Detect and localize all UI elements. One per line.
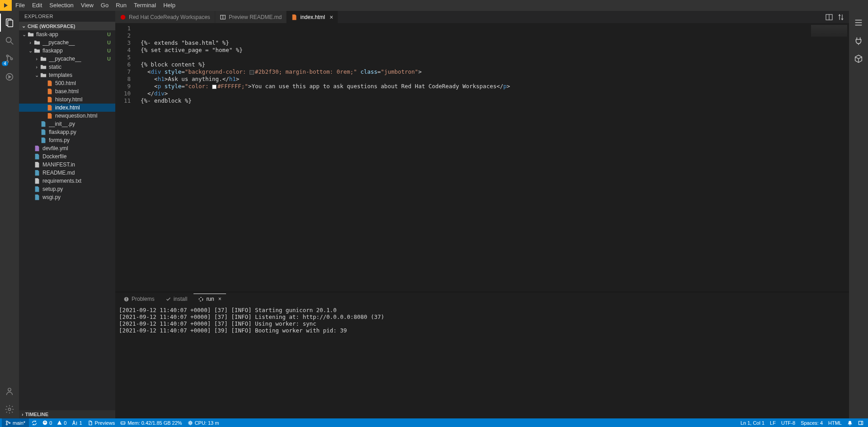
close-icon[interactable]: × xyxy=(328,14,333,21)
activity-account[interactable] xyxy=(0,382,19,400)
svg-point-23 xyxy=(6,423,8,425)
svg-rect-17 xyxy=(126,300,127,300)
status-spaces[interactable]: Spaces: 4 xyxy=(798,418,826,427)
tree-item[interactable]: ⌄flask-appU xyxy=(19,30,115,38)
explorer-title: EXPLORER xyxy=(19,11,115,22)
activity-debug[interactable] xyxy=(0,68,19,86)
tree-item[interactable]: ›__pycache__U xyxy=(19,55,115,63)
twisty-icon: › xyxy=(33,56,40,62)
panel-tab-label: install xyxy=(174,296,188,302)
tree-item-label: 500.html xyxy=(55,80,113,86)
status-info[interactable]: 1 xyxy=(69,418,85,427)
tree-item[interactable]: forms.py xyxy=(19,136,115,144)
file-icon xyxy=(46,96,53,103)
tree-item[interactable]: newquestion.html xyxy=(19,112,115,120)
tree-item-label: index.html xyxy=(55,104,113,111)
terminal-output[interactable]: [2021-09-12 11:40:07 +0000] [37] [INFO] … xyxy=(115,304,849,418)
tree-item[interactable]: base.html xyxy=(19,87,115,95)
tree-item[interactable]: MANIFEST.in xyxy=(19,161,115,169)
tab-label: index.html xyxy=(300,14,325,20)
status-mem[interactable]: Mem: 0.42/1.85 GB 22% xyxy=(118,418,184,427)
panel-tab-icon xyxy=(165,296,171,302)
right-panel-cube-icon[interactable] xyxy=(849,50,868,68)
status-lang[interactable]: HTML xyxy=(826,418,844,427)
split-editor-icon[interactable] xyxy=(826,14,833,21)
svg-rect-34 xyxy=(189,422,191,423)
tab-icon xyxy=(120,14,126,20)
git-status: U xyxy=(107,56,113,62)
tree-item[interactable]: ›__pycache__U xyxy=(19,38,115,47)
menu-edit[interactable]: Edit xyxy=(28,0,46,11)
minimap[interactable] xyxy=(807,23,849,292)
code-content[interactable]: {%- extends "base.html" %} {% set active… xyxy=(136,23,807,292)
status-pos[interactable]: Ln 1, Col 1 xyxy=(738,418,767,427)
tree-item[interactable]: setup.py xyxy=(19,185,115,193)
git-status: U xyxy=(107,32,113,37)
menu-selection[interactable]: Selection xyxy=(46,0,77,11)
tree-item[interactable]: history.html xyxy=(19,95,115,104)
tree-item-label: setup.py xyxy=(42,186,113,192)
tree-item[interactable]: ›static xyxy=(19,63,115,71)
workspace-header[interactable]: ⌄ CHE (WORKSPACE) xyxy=(19,22,115,30)
tree-item-label: MANIFEST.in xyxy=(42,161,113,168)
tree-item[interactable]: requirements.txt xyxy=(19,177,115,185)
activity-bar-right xyxy=(849,11,868,418)
tree-item[interactable]: Dockerfile xyxy=(19,152,115,161)
menu-terminal[interactable]: Terminal xyxy=(130,0,160,11)
activity-explorer[interactable] xyxy=(0,14,19,32)
tree-item[interactable]: ⌄flaskappU xyxy=(19,47,115,55)
menu-run[interactable]: Run xyxy=(112,0,130,11)
compare-icon[interactable] xyxy=(837,14,844,21)
timeline-header[interactable]: › TIMELINE xyxy=(19,410,115,418)
status-enc[interactable]: UTF-8 xyxy=(778,418,798,427)
menu-view[interactable]: View xyxy=(77,0,97,11)
svg-line-3 xyxy=(11,42,14,45)
panel-tab[interactable]: Problems xyxy=(119,294,159,304)
activity-settings[interactable] xyxy=(0,400,19,418)
menu-bar: File Edit Selection View Go Run Terminal… xyxy=(0,0,868,11)
tree-item[interactable]: ⌄templates xyxy=(19,71,115,79)
tree-item[interactable]: __init__.py xyxy=(19,120,115,128)
editor-tab[interactable]: Preview README.md xyxy=(215,11,287,23)
activity-scm[interactable]: 4 xyxy=(0,50,19,68)
tree-item[interactable]: flaskapp.py xyxy=(19,128,115,136)
editor-body[interactable]: 1234567891011 {%- extends "base.html" %}… xyxy=(115,23,849,292)
menu-help[interactable]: Help xyxy=(160,0,179,11)
tree-item-label: forms.py xyxy=(49,137,113,143)
file-icon xyxy=(33,47,41,54)
tree-item-label: __pycache__ xyxy=(49,56,107,62)
tree-item[interactable]: wsgi.py xyxy=(19,193,115,201)
right-panel-list-icon[interactable] xyxy=(849,14,868,32)
status-bell-icon[interactable] xyxy=(844,418,855,427)
status-layout-icon[interactable] xyxy=(855,418,866,427)
status-sync[interactable] xyxy=(29,418,40,427)
editor-tab[interactable]: index.html× xyxy=(287,11,338,23)
status-branch[interactable]: main* xyxy=(2,418,29,427)
panel-tabs: Problemsinstallrun× xyxy=(115,292,849,304)
activity-bar-left: 4 xyxy=(0,11,19,418)
tree-item[interactable]: README.md xyxy=(19,169,115,177)
file-icon xyxy=(33,170,41,176)
menu-file[interactable]: File xyxy=(12,0,28,11)
svg-point-4 xyxy=(6,55,8,57)
status-cpu[interactable]: CPU: 13 m xyxy=(185,418,222,427)
status-previews[interactable]: Previews xyxy=(85,418,118,427)
tree-item[interactable]: 500.html xyxy=(19,79,115,87)
status-eol[interactable]: LF xyxy=(767,418,778,427)
activity-search[interactable] xyxy=(0,32,19,50)
twisty-icon: ⌄ xyxy=(27,48,33,54)
tree-item[interactable]: index.html xyxy=(19,104,115,112)
tree-item-label: static xyxy=(49,64,113,70)
tree-item-label: history.html xyxy=(55,96,113,103)
close-icon[interactable]: × xyxy=(217,296,222,302)
panel-tab[interactable]: run× xyxy=(193,294,226,304)
status-problems[interactable]: 0 0 xyxy=(40,418,69,427)
menu-go[interactable]: Go xyxy=(97,0,112,11)
tab-label: Preview README.md xyxy=(229,14,282,20)
panel-tab[interactable]: install xyxy=(161,294,192,304)
svg-rect-33 xyxy=(189,422,192,424)
editor-tab[interactable]: Red Hat CodeReady Workspaces xyxy=(115,11,215,23)
tree-item[interactable]: devfile.yml xyxy=(19,144,115,152)
right-panel-plug-icon[interactable] xyxy=(849,32,868,50)
twisty-icon: › xyxy=(27,40,33,45)
